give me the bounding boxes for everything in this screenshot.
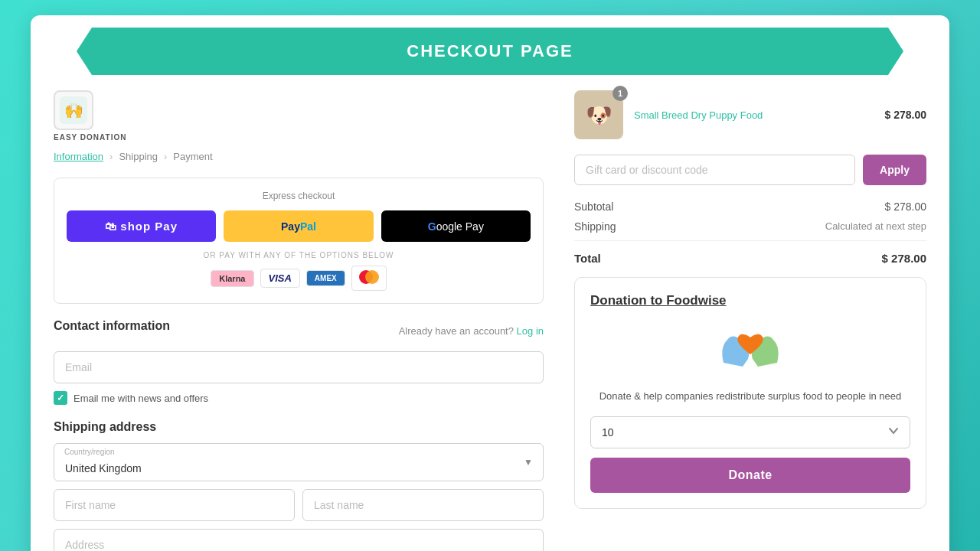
total-row: Total $ 278.00 — [574, 247, 926, 265]
googlepay-button[interactable]: Google Pay — [381, 210, 531, 242]
breadcrumb: Information › Shipping › Payment — [54, 151, 544, 162]
shoppay-icon: 🛍 — [105, 220, 117, 233]
first-name-input[interactable] — [54, 489, 295, 521]
brand-name: EASY DONATION — [54, 133, 126, 142]
paypal-label: PayPal — [281, 220, 316, 233]
googlepay-label: Google Pay — [428, 220, 484, 233]
total-label: Total — [574, 252, 601, 265]
summary-divider — [574, 240, 926, 241]
right-panel: 🐶 1 Small Breed Dry Puppy Food $ 278.00 … — [574, 90, 926, 551]
product-image-wrapper: 🐶 1 — [574, 90, 623, 139]
shipping-row: Shipping Calculated at next step — [574, 220, 926, 233]
express-buttons-row: 🛍 shop Pay PayPal Google Pay — [67, 210, 531, 242]
discount-row: Apply — [574, 155, 926, 185]
apply-button[interactable]: Apply — [863, 155, 926, 185]
mastercard-icon — [351, 266, 387, 291]
payment-icons-row: Klarna VISA AMEX — [67, 266, 531, 291]
or-pay-label: OR PAY WITH ANY OF THE OPTIONS BELOW — [67, 251, 531, 259]
subtotal-label: Subtotal — [574, 201, 613, 213]
express-checkout-section: Express checkout 🛍 shop Pay PayPal Googl… — [54, 178, 544, 304]
visa-icon: VISA — [260, 269, 300, 288]
svg-text:🐶: 🐶 — [586, 103, 612, 128]
express-checkout-label: Express checkout — [67, 191, 531, 201]
amex-icon: AMEX — [306, 270, 345, 286]
newsletter-checkbox[interactable] — [54, 391, 67, 405]
paypal-button[interactable]: PayPal — [224, 210, 373, 242]
shoppay-button[interactable]: 🛍 shop Pay — [67, 210, 216, 242]
login-prompt: Already have an account? Log in — [399, 325, 544, 337]
donation-logo — [590, 321, 910, 378]
donation-logo-icon — [716, 321, 785, 378]
klarna-icon: Klarna — [211, 270, 253, 287]
shipping-value: Calculated at next step — [825, 220, 926, 233]
breadcrumb-sep-1: › — [109, 151, 113, 162]
product-price: $ 278.00 — [885, 109, 927, 121]
contact-title: Contact information — [54, 319, 170, 333]
contact-section: Contact information Already have an acco… — [54, 319, 544, 405]
shoppay-label: shop Pay — [120, 220, 178, 233]
shipping-section: Shipping address Country/region United K… — [54, 420, 544, 551]
donation-amount-wrapper: 5 10 15 20 25 50 — [590, 416, 910, 448]
name-row — [54, 489, 544, 521]
last-name-input[interactable] — [302, 489, 544, 521]
product-quantity-badge: 1 — [612, 86, 628, 101]
product-name[interactable]: Small Breed Dry Puppy Food — [634, 109, 874, 121]
breadcrumb-sep-2: › — [164, 151, 167, 162]
breadcrumb-shipping: Shipping — [119, 151, 158, 162]
brand-logo: 🙌 — [54, 90, 93, 130]
login-link[interactable]: Log in — [517, 325, 544, 337]
discount-input[interactable] — [574, 155, 855, 185]
subtotal-row: Subtotal $ 278.00 — [574, 201, 926, 213]
donate-button[interactable]: Donate — [590, 458, 910, 493]
address-input[interactable] — [54, 529, 544, 551]
donation-title: Donation to Foodwise — [590, 293, 910, 308]
country-select[interactable]: United Kingdom — [54, 443, 544, 481]
shipping-label: Shipping — [574, 220, 616, 233]
brand-header: 🙌 EASY DONATION — [54, 90, 544, 142]
breadcrumb-payment: Payment — [173, 151, 212, 162]
left-panel: 🙌 EASY DONATION Information › Shipping ›… — [54, 90, 544, 551]
donation-card: Donation to Foodwise Donate & help compa… — [574, 277, 926, 509]
newsletter-row: Email me with news and offers — [54, 391, 544, 405]
country-select-wrapper: Country/region United Kingdom ▼ — [54, 443, 544, 481]
banner-title: CHECKOUT PAGE — [407, 41, 573, 61]
breadcrumb-information[interactable]: Information — [54, 151, 103, 162]
checkout-banner: CHECKOUT PAGE — [77, 28, 903, 75]
brand-logo-icon: 🙌 — [60, 96, 87, 124]
donation-description: Donate & help companies redistribute sur… — [590, 389, 910, 404]
total-value: $ 278.00 — [882, 252, 926, 265]
email-input[interactable] — [54, 351, 544, 383]
svg-text:🙌: 🙌 — [64, 101, 83, 119]
subtotal-value: $ 278.00 — [885, 201, 927, 213]
product-row: 🐶 1 Small Breed Dry Puppy Food $ 278.00 — [574, 90, 926, 139]
shipping-title: Shipping address — [54, 420, 544, 434]
order-summary: Subtotal $ 278.00 Shipping Calculated at… — [574, 201, 926, 265]
donation-amount-select[interactable]: 5 10 15 20 25 50 — [590, 416, 910, 448]
newsletter-label: Email me with news and offers — [74, 393, 208, 404]
svg-point-3 — [365, 270, 379, 284]
